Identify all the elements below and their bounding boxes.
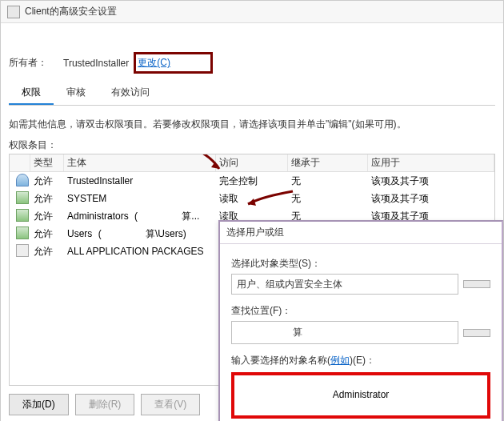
annotation-object-name-box: Administrator xyxy=(231,372,490,419)
tab-permissions[interactable]: 权限 xyxy=(9,82,54,105)
list-header: 类型 主体 访问 继承于 应用于 xyxy=(10,154,494,172)
object-type-label: 选择此对象类型(S)： xyxy=(231,257,490,271)
col-type[interactable]: 类型 xyxy=(30,154,64,171)
package-icon xyxy=(16,244,29,257)
remove-button: 删除(R) xyxy=(75,394,135,415)
location-label: 查找位置(F)： xyxy=(231,304,490,318)
tab-effective-access[interactable]: 有效访问 xyxy=(98,82,162,105)
view-button: 查看(V) xyxy=(141,394,200,415)
object-name-value: Administrator xyxy=(333,389,390,400)
table-row[interactable]: 允许SYSTEM读取无该项及其子项 xyxy=(10,190,494,207)
col-principal[interactable]: 主体 xyxy=(64,154,216,171)
group-icon xyxy=(16,191,29,204)
owner-row: 所有者： TrustedInstaller 更改(C) xyxy=(9,52,495,74)
location-value: 算 xyxy=(231,321,458,344)
col-apply[interactable]: 应用于 xyxy=(368,154,494,171)
annotation-change-owner-box: 更改(C) xyxy=(134,52,213,74)
owner-value: TrustedInstaller xyxy=(63,58,129,69)
tab-audit[interactable]: 审核 xyxy=(54,82,98,105)
subdlg-titlebar[interactable]: 选择用户或组 xyxy=(220,222,502,244)
security-dialog: Client的高级安全设置 所有者： TrustedInstaller 更改(C… xyxy=(0,0,504,421)
col-access[interactable]: 访问 xyxy=(216,154,288,171)
tabs: 权限 审核 有效访问 xyxy=(9,82,495,106)
dialog-icon xyxy=(7,6,20,18)
select-user-dialog: 选择用户或组 选择此对象类型(S)： 查找位置(F)： 算 输入要选择的对象名称… xyxy=(218,220,503,421)
group-icon xyxy=(16,227,29,239)
change-owner-link[interactable]: 更改(C) xyxy=(138,56,170,70)
hint-text: 如需其他信息，请双击权限项目。若要修改权限项目，请选择该项目并单击"编辑"(如果… xyxy=(9,117,495,132)
table-row[interactable]: 允许TrustedInstaller完全控制无该项及其子项 xyxy=(10,172,494,190)
location-button[interactable] xyxy=(463,329,490,337)
group-icon xyxy=(16,209,29,222)
example-link[interactable]: 例如 xyxy=(330,355,350,366)
titlebar[interactable]: Client的高级安全设置 xyxy=(1,1,503,23)
object-type-value xyxy=(231,274,458,295)
entries-label: 权限条目： xyxy=(9,138,495,152)
subdlg-title: 选择用户或组 xyxy=(226,226,284,239)
object-name-label: 输入要选择的对象名称(例如)(E)： xyxy=(231,354,490,367)
owner-label: 所有者： xyxy=(9,56,47,70)
add-button[interactable]: 添加(D) xyxy=(9,394,69,415)
user-icon xyxy=(16,174,29,186)
object-type-button[interactable] xyxy=(463,280,490,288)
col-inherit[interactable]: 继承于 xyxy=(288,154,368,171)
window-title: Client的高级安全设置 xyxy=(25,5,117,18)
